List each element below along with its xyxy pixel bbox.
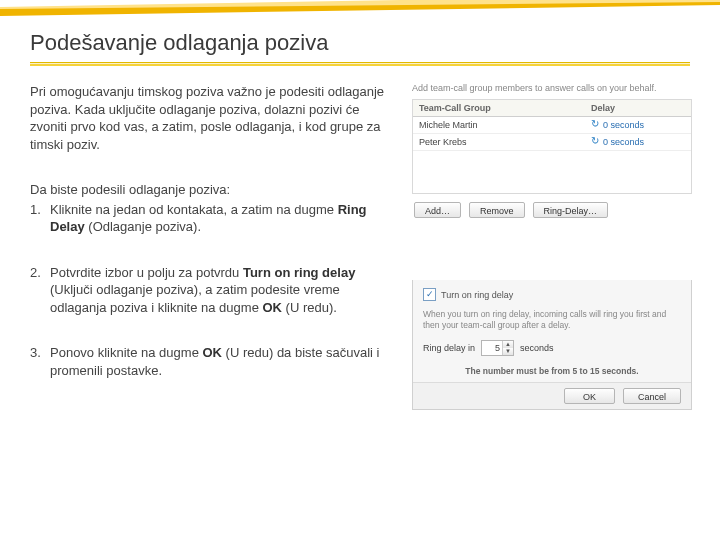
add-button[interactable]: Add…: [414, 202, 461, 218]
step-1-text-post: (Odlaganje poziva).: [85, 219, 201, 234]
table-row[interactable]: Peter Krebs 0 seconds: [413, 134, 691, 151]
checkbox-label: Turn on ring delay: [441, 290, 513, 300]
dialog-footer: OK Cancel: [413, 382, 691, 409]
step-2-number: 2.: [30, 264, 50, 282]
stepper-value: 5: [482, 341, 502, 355]
step-2-bold-2: OK: [262, 300, 282, 315]
step-1-text-pre: Kliknite na jedan od kontakata, a zatim …: [50, 202, 338, 217]
refresh-icon: [591, 121, 599, 129]
delay-value: 0 seconds: [603, 120, 644, 130]
screenshot-column: Add team-call group members to answer ca…: [412, 83, 692, 410]
step-3-number: 3.: [30, 344, 50, 362]
step-3-bold: OK: [202, 345, 222, 360]
range-warning: The number must be from 5 to 15 seconds.: [423, 366, 681, 376]
step-3-text-pre: Ponovo kliknite na dugme: [50, 345, 202, 360]
table-header: Team-Call Group Delay: [413, 100, 691, 117]
table-row[interactable]: Michele Martin 0 seconds: [413, 117, 691, 134]
contact-name: Peter Krebs: [413, 137, 591, 147]
stepper-up-icon[interactable]: ▲: [503, 341, 513, 348]
contact-name: Michele Martin: [413, 120, 591, 130]
team-call-table: Team-Call Group Delay Michele Martin 0 s…: [412, 99, 692, 194]
ring-delay-stepper[interactable]: 5 ▲ ▼: [481, 340, 514, 356]
table-empty-space: [413, 151, 691, 193]
step-2-text-post: (U redu).: [282, 300, 337, 315]
page-title: Podešavanje odlaganja poziva: [30, 30, 692, 56]
cancel-button[interactable]: Cancel: [623, 388, 681, 404]
top-banner: [0, 0, 720, 16]
panel1-buttons: Add… Remove Ring-Delay…: [412, 202, 692, 218]
contact-delay: 0 seconds: [591, 137, 691, 147]
team-call-group-panel: Add team-call group members to answer ca…: [412, 83, 692, 218]
panel1-hint: Add team-call group members to answer ca…: [412, 83, 692, 93]
ok-button[interactable]: OK: [564, 388, 615, 404]
delay-value: 0 seconds: [603, 137, 644, 147]
spin-label-post: seconds: [520, 343, 554, 353]
text-column: Pri omogućavanju timskog poziva važno je…: [30, 83, 398, 410]
remove-button[interactable]: Remove: [469, 202, 525, 218]
ring-delay-spin-line: Ring delay in 5 ▲ ▼ seconds: [423, 340, 681, 356]
step-2-text-pre: Potvrdite izbor u polju za potvrdu: [50, 265, 243, 280]
step-3: 3. Ponovo kliknite na dugme OK (U redu) …: [30, 344, 398, 379]
svg-rect-4: [30, 64, 690, 66]
step-1: 1. Kliknite na jedan od kontakata, a zat…: [30, 201, 398, 236]
step-1-number: 1.: [30, 201, 50, 219]
spin-label-pre: Ring delay in: [423, 343, 475, 353]
contact-delay: 0 seconds: [591, 120, 691, 130]
title-underline: [30, 62, 692, 65]
ring-delay-dialog: ✓ Turn on ring delay When you turn on ri…: [412, 280, 692, 410]
stepper-down-icon[interactable]: ▼: [503, 348, 513, 355]
steps-intro: Da biste podesili odlaganje poziva:: [30, 181, 398, 199]
svg-rect-3: [30, 62, 690, 63]
intro-paragraph: Pri omogućavanju timskog poziva važno je…: [30, 83, 398, 153]
refresh-icon: [591, 138, 599, 146]
header-delay: Delay: [591, 103, 691, 113]
step-2: 2. Potvrdite izbor u polju za potvrdu Tu…: [30, 264, 398, 317]
ring-delay-button[interactable]: Ring-Delay…: [533, 202, 609, 218]
turn-on-ring-delay-checkbox[interactable]: ✓: [423, 288, 436, 301]
dialog-description: When you turn on ring delay, incoming ca…: [423, 309, 681, 330]
header-group: Team-Call Group: [413, 103, 591, 113]
step-2-bold-1: Turn on ring delay: [243, 265, 355, 280]
